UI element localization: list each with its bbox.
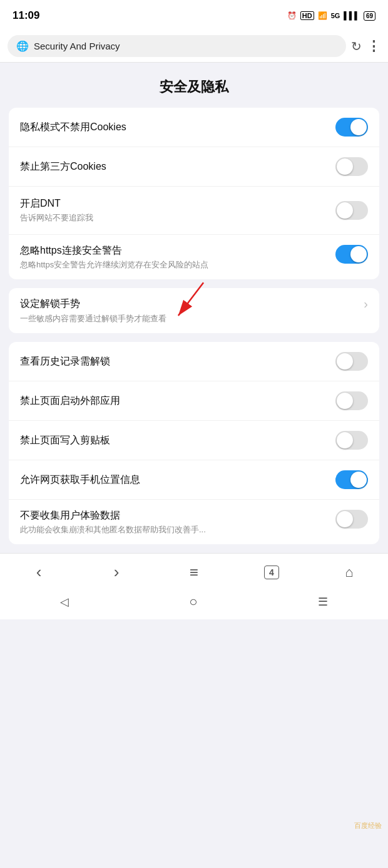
toggle-knob [337,353,353,369]
setting-block-external-apps[interactable]: 禁止页面启动外部应用 [9,381,379,421]
setting-subtitle: 忽略https安全警告允许继续浏览存在安全风险的站点 [20,259,328,271]
setting-title: 不要收集用户体验数据 [20,509,328,522]
setting-subtitle: 此功能会收集崩溃和其他匿名数据帮助我们改善手... [20,524,328,535]
ignore-https-toggle[interactable] [335,245,368,264]
settings-cards: 隐私模式不禁用Cookies 禁止第三方Cookies 开启DNT [0,108,388,544]
setting-dnt[interactable]: 开启DNT 告诉网站不要追踪我 [9,187,379,235]
setting-title: 禁止页面写入剪贴板 [20,433,328,447]
signal-icon: 5G [331,12,340,19]
system-nav: ◁ ○ ☰ [0,588,388,619]
setting-title: 允许网页获取手机位置信息 [20,473,328,487]
toggle-knob [337,432,353,448]
setting-block-third-party-cookies[interactable]: 禁止第三方Cookies [9,147,379,187]
globe-icon: 🌐 [16,40,29,52]
more-button[interactable]: ⋮ [367,38,380,54]
toggle-knob [350,246,367,262]
wifi-icon: 📶 [318,11,327,20]
alarm-icon: ⏰ [287,11,297,20]
watermark: 百度经验 [354,821,382,830]
toggle-knob [337,393,353,409]
block-clipboard-toggle[interactable] [335,431,368,450]
setting-private-mode-cookies[interactable]: 隐私模式不禁用Cookies [9,108,379,147]
status-time: 11:09 [13,9,39,22]
toggle-knob [350,119,367,135]
settings-group-1: 隐私模式不禁用Cookies 禁止第三方Cookies 开启DNT [9,108,379,279]
setting-no-collect-data[interactable]: 不要收集用户体验数据 此功能会收集崩溃和其他匿名数据帮助我们改善手... [9,500,379,545]
address-bar[interactable]: 🌐 Security And Privacy [8,35,346,57]
setting-title: 忽略https连接安全警告 [20,244,328,257]
system-back-icon[interactable]: ◁ [60,595,69,609]
setting-unlock-gesture[interactable]: 设定解锁手势 一些敏感内容需要通过解锁手势才能查看 › [9,288,379,333]
setting-title: 隐私模式不禁用Cookies [20,120,328,134]
setting-title: 禁止第三方Cookies [20,160,328,173]
system-recent-icon[interactable]: ☰ [318,595,328,609]
status-bar: 11:09 ⏰ HD 📶 5G ▌▌▌ 69 [0,0,388,30]
setting-subtitle: 告诉网站不要追踪我 [20,212,328,224]
setting-subtitle: 一些敏感内容需要通过解锁手势才能查看 [20,313,356,324]
chevron-right-icon: › [364,297,368,311]
bottom-nav: ‹ › ≡ 4 ⌂ [0,553,388,588]
toggle-knob [337,202,353,219]
toggle-knob [337,511,353,527]
menu-button[interactable]: ≡ [178,561,210,584]
toggle-knob [337,158,353,175]
status-icons: ⏰ HD 📶 5G ▌▌▌ 69 [287,11,375,21]
allow-location-toggle[interactable] [335,470,368,489]
setting-allow-location[interactable]: 允许网页获取手机位置信息 [9,460,379,500]
setting-history-unlock[interactable]: 查看历史记录需解锁 [9,342,379,381]
toggle-knob [350,472,367,488]
setting-block-clipboard[interactable]: 禁止页面写入剪贴板 [9,421,379,460]
setting-ignore-https-warning[interactable]: 忽略https连接安全警告 忽略https安全警告允许继续浏览存在安全风险的站点 [9,235,379,280]
block-external-apps-toggle[interactable] [335,391,368,410]
back-button[interactable]: ‹ [23,561,54,584]
battery-icon: 69 [364,11,375,21]
url-text: Security And Privacy [34,41,120,51]
no-collect-data-toggle[interactable] [335,510,368,529]
signal-bars-icon: ▌▌▌ [344,11,360,20]
home-button[interactable]: ⌂ [334,561,365,584]
tabs-button[interactable]: 4 [256,561,287,584]
setting-title: 禁止页面启动外部应用 [20,394,328,408]
settings-group-3: 查看历史记录需解锁 禁止页面启动外部应用 禁止页面写入剪贴板 [9,342,379,545]
forward-button[interactable]: › [101,561,132,584]
system-home-icon[interactable]: ○ [189,594,197,610]
setting-title: 设定解锁手势 [20,297,356,311]
setting-title: 查看历史记录需解锁 [20,354,328,368]
settings-group-2: 设定解锁手势 一些敏感内容需要通过解锁手势才能查看 › [9,288,379,333]
private-mode-cookies-toggle[interactable] [335,118,368,137]
page-title: 安全及隐私 [0,63,388,108]
setting-title: 开启DNT [20,197,328,210]
address-bar-wrap: 🌐 Security And Privacy ↻ ⋮ [0,30,388,63]
block-third-party-cookies-toggle[interactable] [335,157,368,176]
hd-icon: HD [300,11,314,20]
refresh-button[interactable]: ↻ [351,39,362,54]
dnt-toggle[interactable] [335,201,368,220]
history-unlock-toggle[interactable] [335,352,368,371]
